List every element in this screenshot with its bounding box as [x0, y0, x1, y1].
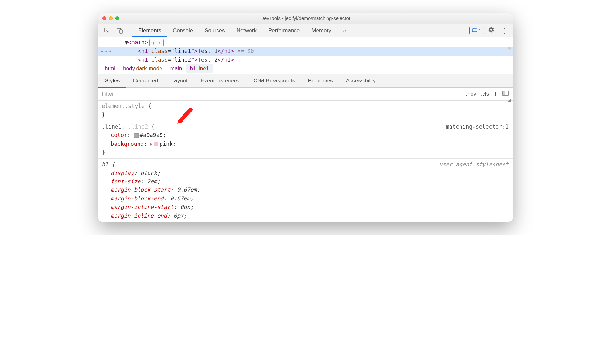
rule-source-ua: user agent stylesheet [439, 160, 509, 168]
dom-node-h1-line2[interactable]: <h1 class="line2">Test 2</h1> [98, 56, 513, 63]
subtab-layout[interactable]: Layout [165, 74, 194, 87]
subtab-computed[interactable]: Computed [126, 74, 164, 87]
window-title: DevTools - jec.fyi/demo/matching-selecto… [98, 16, 513, 21]
tab-console[interactable]: Console [167, 24, 199, 37]
crumb-html[interactable]: html [101, 64, 119, 73]
titlebar: DevTools - jec.fyi/demo/matching-selecto… [98, 13, 513, 24]
main-toolbar: Elements Console Sources Network Perform… [98, 24, 513, 37]
hov-toggle[interactable]: :hov [466, 91, 476, 97]
rule-source-link[interactable]: matching-selector:1 [446, 123, 509, 131]
breadcrumb: html body.dark-mode main h1.line1 [98, 63, 513, 74]
more-icon[interactable]: ⋮ [498, 27, 510, 35]
cls-toggle[interactable]: .cls [481, 91, 489, 97]
subtab-event-listeners[interactable]: Event Listeners [194, 74, 245, 87]
tabs-overflow[interactable]: » [337, 24, 352, 37]
devtools-window: DevTools - jec.fyi/demo/matching-selecto… [98, 13, 513, 222]
subtab-dom-breakpoints[interactable]: DOM Breakpoints [245, 74, 301, 87]
color-swatch-icon[interactable] [154, 142, 158, 146]
crumb-body[interactable]: body.dark-mode [119, 64, 166, 73]
crumb-h1[interactable]: h1.line1 [186, 64, 213, 73]
styles-pane: element.style { } matching-selector:1 .l… [98, 101, 513, 221]
tab-performance[interactable]: Performance [262, 24, 306, 37]
settings-icon[interactable] [485, 27, 497, 35]
messages-button[interactable]: 1 [469, 27, 484, 34]
expand-ellipsis-icon[interactable]: ••• [100, 47, 113, 57]
divider [129, 27, 129, 35]
styles-filter-input[interactable] [98, 88, 462, 100]
dom-tree[interactable]: ▼<main>grid <h1 class="line1">Test 1</h1… [98, 37, 513, 63]
prop-background[interactable]: background: pink; [102, 140, 509, 148]
subtab-properties[interactable]: Properties [301, 74, 339, 87]
tab-elements[interactable]: Elements [132, 24, 167, 37]
prop-color[interactable]: color: #a9a9a9; [102, 131, 509, 139]
device-toggle-icon[interactable] [114, 25, 126, 37]
svg-rect-3 [472, 29, 477, 32]
messages-count: 1 [479, 28, 481, 33]
inspect-element-icon[interactable] [101, 25, 113, 37]
tab-memory[interactable]: Memory [306, 24, 337, 37]
tab-sources[interactable]: Sources [199, 24, 230, 37]
dom-node-main[interactable]: ▼<main>grid [98, 38, 513, 47]
scroll-indicator [508, 47, 511, 50]
styles-tools: :hov .cls + [462, 88, 513, 100]
new-rule-button[interactable]: + [494, 90, 498, 98]
tab-network[interactable]: Network [231, 24, 262, 37]
main-tabs: Elements Console Sources Network Perform… [132, 24, 352, 37]
expand-triangle-icon[interactable] [150, 143, 152, 146]
svg-rect-5 [503, 91, 505, 95]
subtab-styles[interactable]: Styles [98, 74, 126, 87]
crumb-main[interactable]: main [166, 64, 186, 73]
svg-rect-2 [120, 30, 122, 33]
subtab-accessibility[interactable]: Accessibility [339, 74, 383, 87]
toggle-sidebar-icon[interactable] [502, 91, 509, 97]
color-swatch-icon[interactable] [134, 133, 139, 138]
styles-subtabs: Styles Computed Layout Event Listeners D… [98, 74, 513, 88]
rule-h1-ua[interactable]: user agent stylesheet h1 { display: bloc… [98, 159, 513, 221]
rule-line1-line2[interactable]: matching-selector:1 .line1, .line2 { col… [98, 121, 513, 159]
rule-element-style[interactable]: element.style { } [98, 101, 513, 121]
dom-node-h1-line1[interactable]: <h1 class="line1">Test 1</h1> == $0 [98, 47, 513, 56]
styles-filter-bar: :hov .cls + [98, 88, 513, 101]
grid-badge[interactable]: grid [149, 39, 164, 47]
